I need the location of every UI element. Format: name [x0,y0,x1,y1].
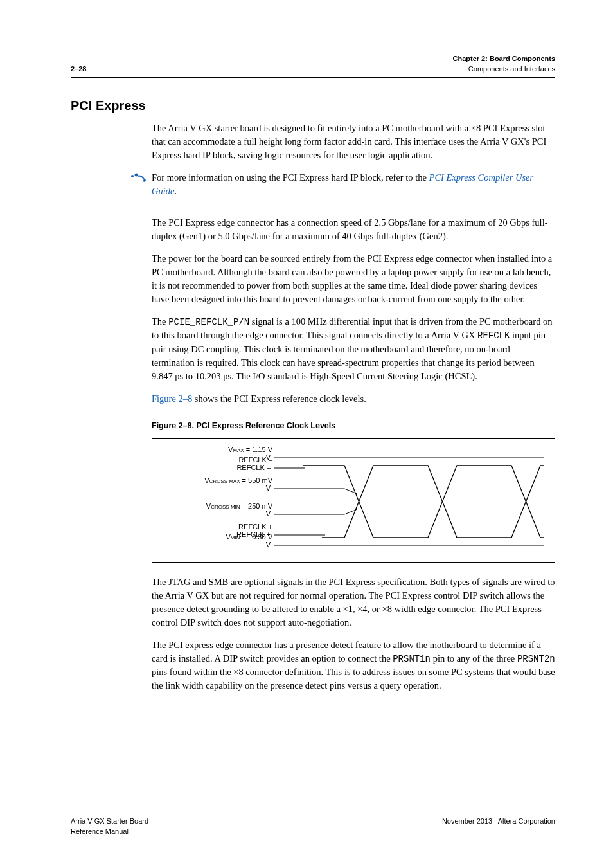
body-paragraph: The PCI Express edge connector has a con… [152,216,555,243]
chapter-title: Chapter 2: Board Components [452,54,555,64]
footer-doc-title: Arria V GX Starter Board Reference Manua… [71,817,148,837]
footer-corp: Altera Corporation [498,817,555,825]
text-run: shows the PCI Express reference clock le… [192,393,366,404]
note-prefix: For more information on using the PCI Ex… [152,172,429,183]
fig-label-vcross-min: VCROSS MIN = 250 mV [206,502,272,512]
header-right: Chapter 2: Board Components Components a… [452,54,555,75]
body-paragraph: The power for the board can be sourced e… [152,252,555,306]
signal-name: PRSNT2n [517,654,555,664]
figure-caption: Figure 2–8. PCI Express Reference Clock … [152,420,555,431]
signal-name: PCIE_REFCLK_P/N [168,317,249,327]
info-note: For more information on using the PCI Ex… [71,171,555,207]
fig-label-vcross-max: VCROSS MAX = 550 mV [204,476,272,486]
footer-line1: Arria V GX Starter Board [71,817,148,825]
body-paragraph: The Arria V GX starter board is designed… [152,122,555,162]
note-suffix: . [174,186,177,196]
text-run: pin to any of the three [431,653,517,664]
svg-point-1 [135,173,138,176]
info-icon [130,172,148,184]
chapter-subsection: Components and Interfaces [452,64,555,75]
svg-line-8 [344,489,357,494]
figure-ref-link[interactable]: Figure 2–8 [152,393,192,404]
footer-meta: November 2013 Altera Corporation [442,817,555,837]
note-text: For more information on using the PCI Ex… [152,171,555,198]
body-paragraph: The JTAG and SMB are optional signals in… [152,575,555,629]
signal-name: REFCLK [477,330,510,341]
body-paragraph: Figure 2–8 shows the PCI Express referen… [152,392,555,406]
fig-label-refclk-plus: REFCLK + [238,522,272,532]
body-paragraph: The PCIE_REFCLK_P/N signal is a 100 MHz … [152,315,555,383]
text-run: pins found within the ×8 connector defin… [152,667,555,691]
fig-label-refclk-minus: REFCLK – [238,455,272,466]
footer-date: November 2013 [442,817,492,825]
signal-name: PRSNT1n [393,654,431,664]
fig-label-vmin: VMIN = –0.30 V [226,532,272,543]
section-heading: PCI Express [71,96,555,115]
body-paragraph: The PCI express edge connector has a pre… [152,638,555,692]
footer-line2: Reference Manual [71,827,129,835]
text-run: The [152,316,168,327]
svg-point-0 [131,175,134,177]
page-number: 2–28 [71,64,86,75]
fig-label-vmax: VMAX = 1.15 V [228,445,272,455]
figure-body: V REFCLK – V V REFCLK + V VMAX = 1.15 V … [152,438,555,563]
svg-line-9 [344,509,357,514]
page-header: 2–28 Chapter 2: Board Components Compone… [71,54,555,78]
page-footer: Arria V GX Starter Board Reference Manua… [71,817,555,837]
